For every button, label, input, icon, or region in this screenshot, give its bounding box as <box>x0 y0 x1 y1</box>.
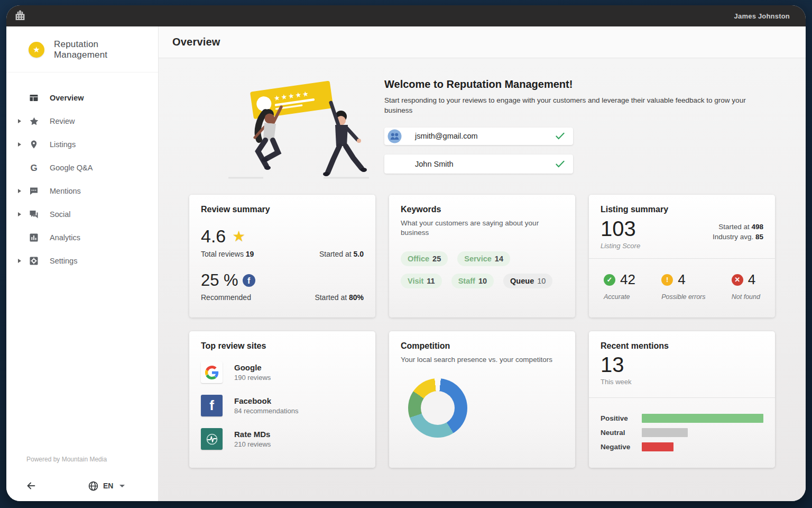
stat-accurate: ✓ 42 Accurate <box>604 271 635 301</box>
page-header: Overview <box>159 26 806 58</box>
review-summary-card: Review summary 4.6 ★ Total reviews 19 St… <box>189 195 375 318</box>
recommended-pct: 25 % <box>201 271 238 290</box>
card-title: Review summary <box>201 205 364 214</box>
sidebar-item-review[interactable]: Review <box>6 110 158 133</box>
app-title: Reputation Management <box>54 39 147 60</box>
app-logo: ★ Reputation Management <box>6 26 158 72</box>
started-at-rating: Started at 5.0 <box>319 250 364 258</box>
sidebar-item-settings[interactable]: Settings <box>6 249 158 273</box>
google-g-icon: G <box>29 162 39 173</box>
speech-bubble-icon <box>29 186 39 196</box>
competition-card: Competition Your local search presence v… <box>389 331 575 468</box>
sidebar-item-google-qa[interactable]: G Google Q&A <box>6 156 158 179</box>
chevron-down-icon <box>119 485 125 487</box>
stat-not-found: ✕ 4 Not found <box>732 271 760 301</box>
sentiment-row-positive: Positive <box>601 414 763 423</box>
sidebar-item-social[interactable]: Social <box>6 203 158 226</box>
bar-chart-icon <box>29 232 39 243</box>
page-title: Overview <box>172 36 220 48</box>
listing-summary-card: Listing summary 103 Listing Score Starte… <box>589 195 775 318</box>
recommended-label: Recommended <box>201 293 251 302</box>
check-icon <box>556 132 565 140</box>
error-circle-icon: ✕ <box>732 274 743 286</box>
mentions-count: 13 <box>601 353 763 377</box>
sentiment-row-neutral: Neutral <box>601 428 763 437</box>
main-area: Overview <box>159 26 806 501</box>
keyword-chip-visit[interactable]: Visit11 <box>401 274 442 288</box>
sidebar: ★ Reputation Management Overview <box>6 26 159 501</box>
gear-icon <box>29 256 39 266</box>
sidebar-item-mentions[interactable]: Mentions <box>6 179 158 203</box>
language-selector[interactable]: EN <box>88 480 125 492</box>
listing-score-value: 103 <box>601 216 640 241</box>
expand-arrow-icon <box>18 189 21 193</box>
rating-value: 4.6 <box>201 226 226 247</box>
sidebar-item-analytics[interactable]: Analytics <box>6 226 158 249</box>
welcome-section: ★★★★★ <box>189 70 806 183</box>
app-window: James Johnston ★ Reputation Management O… <box>6 5 806 501</box>
google-logo-icon <box>201 361 223 383</box>
name-value: John Smith <box>415 160 454 168</box>
card-title: Listing summary <box>601 205 763 214</box>
keyword-chip-staff[interactable]: Staff10 <box>451 274 494 288</box>
sidebar-item-overview[interactable]: Overview <box>6 86 158 110</box>
sidebar-nav: Overview Review Listings <box>6 86 158 273</box>
expand-arrow-icon <box>18 259 21 263</box>
powered-by-note: Powered by Mountain Media <box>26 456 107 463</box>
site-row-google[interactable]: Google 190 reviews <box>201 361 364 383</box>
top-review-sites-card: Top review sites Google 190 reviews <box>189 331 375 468</box>
recent-mentions-card: Recent mentions 13 This week Positive <box>589 331 775 468</box>
competition-donut-chart <box>408 378 467 438</box>
ratemds-logo-icon <box>201 428 223 450</box>
building-icon <box>14 10 26 23</box>
stat-possible-errors: ! 4 Possible errors <box>661 271 705 301</box>
content-area: ★★★★★ <box>159 58 806 501</box>
started-at-pct: Started at 80% <box>315 293 364 302</box>
keyword-chip-service[interactable]: Service14 <box>457 251 510 266</box>
celebration-illustration: ★★★★★ <box>210 70 380 183</box>
keywords-card: Keywords What your customers are saying … <box>389 195 575 318</box>
desktop-background: James Johnston ★ Reputation Management O… <box>0 0 812 508</box>
top-bar: James Johnston <box>6 5 806 26</box>
listing-score-label: Listing Score <box>601 242 640 250</box>
back-arrow-icon <box>24 480 38 492</box>
name-field[interactable]: John Smith <box>384 155 573 174</box>
facebook-icon: f <box>243 274 255 287</box>
total-reviews: Total reviews 19 <box>201 250 254 258</box>
sentiment-row-negative: Negative <box>601 442 763 451</box>
expand-arrow-icon <box>18 142 21 147</box>
sidebar-footer: EN <box>6 470 158 501</box>
user-menu[interactable]: James Johnston <box>734 12 790 20</box>
star-icon: ★ <box>232 229 245 244</box>
divider <box>589 397 775 398</box>
email-value: jsmith@gmail.com <box>415 132 478 140</box>
card-title: Competition <box>401 341 564 351</box>
welcome-title: Welcome to Reputation Management! <box>384 78 776 90</box>
sentiment-bars: Positive Neutral Negative <box>601 414 763 451</box>
card-title: Keywords <box>401 205 564 214</box>
check-icon <box>556 160 565 168</box>
site-row-ratemds[interactable]: Rate MDs 210 reviews <box>201 428 364 450</box>
email-field[interactable]: jsmith@gmail.com <box>384 128 573 145</box>
site-row-facebook[interactable]: f Facebook 84 recommendations <box>201 395 364 416</box>
mentions-period: This week <box>601 378 763 386</box>
back-button[interactable] <box>24 479 39 492</box>
location-pin-icon <box>29 139 39 150</box>
warning-circle-icon: ! <box>661 274 673 286</box>
keyword-chip-queue[interactable]: Queue10 <box>503 274 552 288</box>
card-title: Top review sites <box>201 341 364 351</box>
cards-grid: Review summary 4.6 ★ Total reviews 19 St… <box>189 195 806 468</box>
keyword-chip-office[interactable]: Office25 <box>401 251 448 266</box>
keyword-chips: Office25 Service14 Visit11 Staff10 Queue… <box>401 251 559 288</box>
card-title: Recent mentions <box>601 341 763 351</box>
globe-icon <box>88 480 99 492</box>
card-subtitle: What your customers are saying about you… <box>401 219 554 238</box>
avatar <box>387 129 402 143</box>
divider <box>589 258 775 259</box>
expand-arrow-icon <box>18 212 21 216</box>
dashboard-icon <box>29 93 39 103</box>
star-icon <box>29 116 39 126</box>
sidebar-item-listings[interactable]: Listings <box>6 133 158 156</box>
facebook-logo-icon: f <box>201 395 223 416</box>
chat-bubbles-icon <box>29 209 39 220</box>
